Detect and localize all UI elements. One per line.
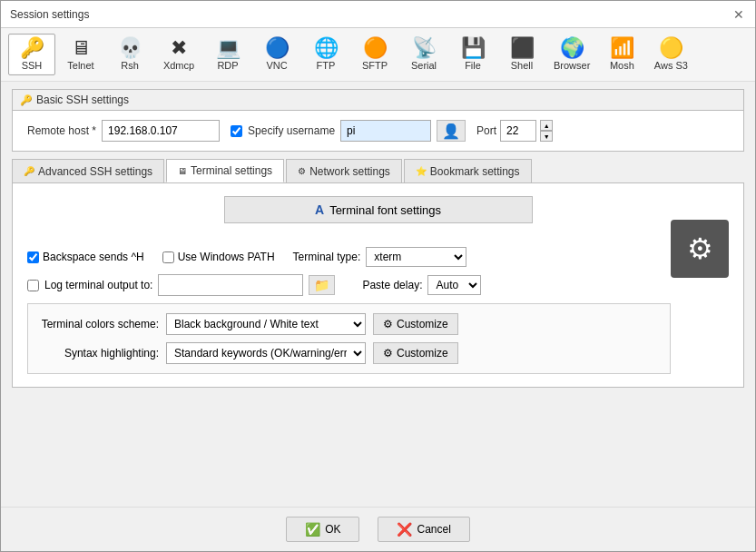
- file-icon: 💾: [461, 38, 486, 58]
- remote-host-group: Remote host *: [27, 120, 220, 142]
- tab-bookmark[interactable]: ⭐ Bookmark settings: [404, 159, 532, 182]
- windows-path-label: Use Windows PATH: [178, 251, 275, 263]
- rdp-icon: 💻: [216, 38, 241, 58]
- sftp-icon: 🟠: [363, 38, 388, 58]
- log-label: Log terminal output to:: [44, 279, 152, 291]
- tab-advanced-ssh[interactable]: 🔑 Advanced SSH settings: [12, 159, 164, 182]
- folder-browse-button[interactable]: 📁: [309, 275, 335, 295]
- protocol-browser[interactable]: 🌍 Browser: [547, 34, 596, 75]
- ok-label: OK: [325, 523, 340, 536]
- cancel-button[interactable]: ❌ Cancel: [378, 517, 469, 542]
- port-spin-down[interactable]: ▼: [540, 131, 553, 142]
- gear-wrap: ⚙: [671, 247, 729, 374]
- protocol-file[interactable]: 💾 File: [449, 34, 496, 75]
- protocol-serial[interactable]: 📡 Serial: [400, 34, 447, 75]
- serial-icon: 📡: [412, 38, 437, 58]
- telnet-icon: 🖥: [71, 38, 91, 58]
- remote-host-input[interactable]: [102, 120, 220, 142]
- tab-network-label: Network settings: [309, 165, 390, 178]
- remote-host-label: Remote host *: [27, 124, 96, 137]
- paste-delay-group: Paste delay: Auto None Short Long: [362, 275, 481, 295]
- gear-icon-box: ⚙: [671, 220, 729, 278]
- options-row-1: Backspace sends ^H Use Windows PATH Term…: [27, 247, 671, 267]
- colors-customize-label: Customize: [397, 318, 448, 330]
- tab-terminal-label: Terminal settings: [191, 164, 272, 177]
- close-button[interactable]: ✕: [731, 7, 746, 22]
- protocol-rsh[interactable]: 💀 Rsh: [106, 34, 153, 75]
- protocol-sftp[interactable]: 🟠 SFTP: [351, 34, 398, 75]
- tab-network[interactable]: ⚙ Network settings: [286, 159, 402, 182]
- protocol-ftp-label: FTP: [317, 60, 336, 71]
- backspace-checkbox[interactable]: [27, 251, 39, 263]
- options-row-2: Log terminal output to: 📁 Paste delay: A…: [27, 274, 671, 296]
- advanced-ssh-icon: 🔑: [24, 166, 34, 176]
- username-group: Specify username 👤: [231, 120, 466, 142]
- colors-scheme-select[interactable]: Black background / White text White back…: [166, 313, 366, 335]
- syntax-customize-button[interactable]: ⚙ Customize: [373, 342, 458, 364]
- color-scheme-row: Terminal colors scheme: Black background…: [41, 313, 657, 335]
- protocol-rdp[interactable]: 💻 RDP: [204, 34, 251, 75]
- cancel-label: Cancel: [417, 523, 450, 536]
- syntax-customize-label: Customize: [397, 347, 448, 360]
- log-output-checkbox[interactable]: [27, 280, 39, 291]
- terminal-font-button[interactable]: A Terminal font settings: [224, 196, 533, 223]
- username-input[interactable]: [340, 120, 431, 142]
- basic-ssh-body: Remote host * Specify username 👤 Port ▲ …: [13, 111, 743, 151]
- protocol-telnet-label: Telnet: [67, 60, 93, 71]
- ok-icon: ✅: [305, 522, 320, 537]
- port-group: Port ▲ ▼: [476, 120, 553, 142]
- specify-username-label: Specify username: [248, 124, 335, 137]
- protocol-xdmcp-label: Xdmcp: [163, 60, 194, 71]
- tab-bookmark-label: Bookmark settings: [430, 165, 520, 178]
- tabs-row: 🔑 Advanced SSH settings 🖥 Terminal setti…: [12, 159, 744, 182]
- protocol-vnc[interactable]: 🔵 VNC: [253, 34, 300, 75]
- terminal-icon: 🖥: [178, 166, 187, 176]
- font-icon: A: [315, 202, 324, 217]
- options-section: Backspace sends ^H Use Windows PATH Term…: [27, 247, 729, 374]
- basic-ssh-header: 🔑 Basic SSH settings: [13, 90, 743, 111]
- protocol-ftp[interactable]: 🌐 FTP: [302, 34, 349, 75]
- port-input[interactable]: [500, 120, 536, 142]
- specify-username-checkbox[interactable]: [231, 125, 242, 137]
- log-path-input[interactable]: [158, 274, 303, 296]
- basic-ssh-title: Basic SSH settings: [36, 94, 129, 106]
- protocol-shell[interactable]: ⬛ Shell: [498, 34, 545, 75]
- network-icon: ⚙: [298, 166, 306, 176]
- protocol-ssh-label: SSH: [22, 60, 43, 71]
- protocol-sftp-label: SFTP: [362, 60, 388, 71]
- tab-terminal[interactable]: 🖥 Terminal settings: [166, 159, 284, 182]
- ok-button[interactable]: ✅ OK: [286, 517, 359, 542]
- port-spin-up[interactable]: ▲: [540, 120, 553, 131]
- protocol-shell-label: Shell: [511, 60, 533, 71]
- windows-path-group: Use Windows PATH: [162, 251, 275, 263]
- protocol-xdmcp[interactable]: ✖ Xdmcp: [155, 34, 202, 75]
- session-settings-dialog: Session settings ✕ 🔑 SSH 🖥 Telnet 💀 Rsh …: [0, 0, 756, 552]
- customize-icon: ⚙: [383, 318, 393, 330]
- protocol-rsh-label: Rsh: [121, 60, 139, 71]
- gear-icon: ⚙: [687, 232, 713, 266]
- ssh-icon: 🔑: [20, 38, 44, 58]
- user-avatar-button[interactable]: 👤: [437, 120, 466, 142]
- rsh-icon: 💀: [118, 38, 142, 58]
- syntax-select[interactable]: Standard keywords (OK/warning/error/...)…: [166, 342, 366, 364]
- tab-advanced-ssh-label: Advanced SSH settings: [38, 165, 152, 178]
- protocol-ssh[interactable]: 🔑 SSH: [8, 34, 55, 75]
- browser-icon: 🌍: [560, 38, 584, 58]
- terminal-type-group: Terminal type: xterm xterm-256color vt10…: [293, 247, 467, 267]
- basic-ssh-icon: 🔑: [20, 94, 33, 106]
- ftp-icon: 🌐: [314, 38, 339, 58]
- log-group: Log terminal output to: 📁: [27, 274, 335, 296]
- paste-delay-select[interactable]: Auto None Short Long: [427, 275, 481, 295]
- colors-scheme-label: Terminal colors scheme:: [41, 318, 159, 330]
- protocol-bar: 🔑 SSH 🖥 Telnet 💀 Rsh ✖ Xdmcp 💻 RDP 🔵 VNC…: [1, 28, 755, 82]
- terminal-type-select[interactable]: xterm xterm-256color vt100 vt220: [366, 247, 466, 267]
- terminal-font-btn-label: Terminal font settings: [329, 203, 441, 217]
- protocol-telnet[interactable]: 🖥 Telnet: [57, 34, 104, 75]
- protocol-file-label: File: [465, 60, 481, 71]
- windows-path-checkbox[interactable]: [162, 251, 174, 263]
- syntax-label: Syntax highlighting:: [41, 347, 159, 360]
- colors-customize-button[interactable]: ⚙ Customize: [373, 313, 458, 335]
- protocol-browser-label: Browser: [554, 60, 590, 71]
- protocol-mosh[interactable]: 📶 Mosh: [598, 34, 645, 75]
- protocol-awss3[interactable]: 🟡 Aws S3: [647, 34, 694, 75]
